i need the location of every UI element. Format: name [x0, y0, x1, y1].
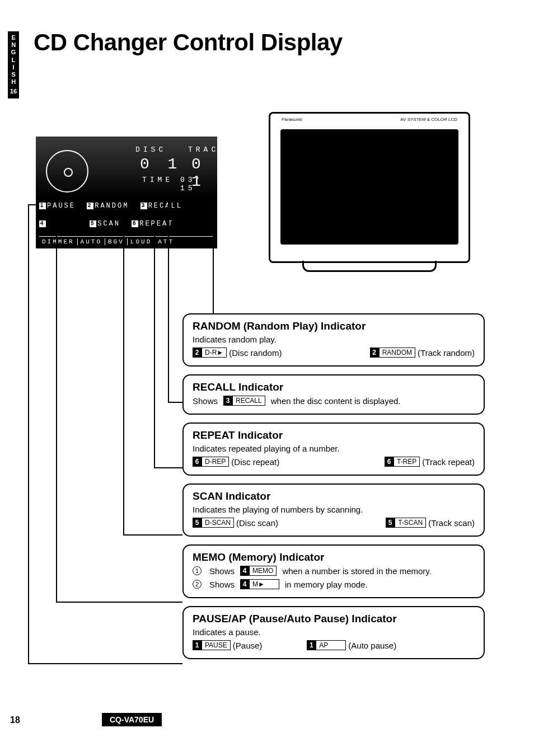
status-bgv: BGV — [105, 238, 128, 245]
lcd-indicator-row2: 4 5SCAN 6REPEAT — [39, 219, 214, 228]
monitor-screen — [280, 129, 458, 245]
tag: 1PAUSE(Pause) — [193, 640, 262, 650]
tag: 4M► — [240, 579, 279, 589]
leader-line — [123, 200, 213, 201]
tag: 3RECALL — [223, 396, 265, 406]
callout-random: RANDOM (Random Play) Indicator Indicates… — [182, 313, 485, 367]
callout-tags: 2D-R►(Disc random) 2RANDOM(Track random) — [193, 348, 475, 358]
tag: 4MEMO — [240, 566, 277, 576]
leader-line — [154, 227, 155, 468]
callout-title: RANDOM (Random Play) Indicator — [193, 320, 475, 332]
time-label: TIME — [142, 176, 173, 184]
callout-scan: SCAN Indicator Indicates the playing of … — [182, 483, 485, 537]
callout-tags: Shows 3RECALL when the disc content is d… — [193, 396, 475, 406]
leader-line — [168, 402, 182, 403]
track-label: TRACK — [188, 145, 227, 154]
recall-indicator: 3RECALL — [140, 202, 182, 210]
callout-desc: Indicates random play. — [193, 335, 475, 344]
disc-label: DISC — [135, 145, 166, 154]
callout-title: PAUSE/AP (Pause/Auto Pause) Indicator — [193, 613, 475, 625]
time-value: 03' 15 — [180, 176, 217, 192]
monitor-stand — [302, 261, 437, 272]
language-tab: ENGLISH 16 — [8, 31, 19, 98]
leader-line — [123, 227, 124, 535]
callout-title: SCAN Indicator — [193, 490, 475, 503]
callout-line: 2 Shows 4M► in memory play mode. — [193, 579, 475, 589]
circled-number: 1 — [193, 566, 202, 575]
monitor-brand-row: Panasonic AV SYSTEM & COLOR LCD — [282, 117, 457, 122]
page-title: CD Changer Control Display — [34, 29, 343, 56]
circled-number: 2 — [193, 580, 202, 589]
monitor-brand-left: Panasonic — [282, 117, 302, 122]
callout-pre: Shows — [193, 396, 218, 406]
status-dimmer: DIMMER — [39, 238, 78, 245]
callout-post: when the disc content is displayed. — [271, 396, 401, 406]
scan-indicator: 5SCAN — [90, 220, 120, 228]
callout-title: RECALL Indicator — [193, 381, 475, 393]
pause-indicator: 1PAUSE — [39, 202, 76, 210]
monitor-body: Panasonic AV SYSTEM & COLOR LCD — [269, 112, 470, 263]
callout-desc: Indicates a pause. — [193, 627, 475, 637]
callout-line: 1 Shows 4MEMO when a number is stored in… — [193, 566, 475, 576]
language-pageref: 16 — [10, 88, 17, 95]
callout-pause: PAUSE/AP (Pause/Auto Pause) Indicator In… — [182, 606, 485, 659]
disc-value: 0 1 — [140, 156, 181, 173]
callout-desc: Indicates repeated playing of a number. — [193, 444, 475, 453]
random-indicator: 2RANDOM — [87, 202, 129, 210]
status-auto: AUTO — [78, 238, 105, 245]
leader-line — [28, 204, 29, 663]
lcd-indicator-row1: 1PAUSE 2RANDOM 3RECALL — [39, 201, 214, 210]
memo-indicator: 4 — [39, 220, 78, 227]
leader-line — [56, 602, 182, 603]
lcd-top: DISC TRACK 0 1 0 1 TIME 03' 15 — [36, 137, 217, 198]
callout-title: REPEAT Indicator — [193, 429, 475, 442]
leader-line — [28, 204, 36, 205]
lcd-display: DISC TRACK 0 1 0 1 TIME 03' 15 1PAUSE 2R… — [36, 137, 217, 248]
tag: 1AP(Auto pause) — [307, 640, 396, 650]
callout-title: MEMO (Memory) Indicator — [193, 551, 475, 564]
page-number: 18 — [10, 715, 20, 725]
callout-list: RANDOM (Random Play) Indicator Indicates… — [182, 313, 485, 667]
lcd-status-bar: DIMMER AUTO BGV LOUD ATT — [39, 236, 214, 245]
leader-line — [123, 534, 182, 536]
leader-line — [168, 200, 169, 402]
leader-line — [56, 221, 57, 602]
monitor-brand-right: AV SYSTEM & COLOR LCD — [400, 117, 457, 122]
language-letters: ENGLISH — [10, 34, 17, 86]
tag: 6D-REP(Disc repeat) — [193, 457, 279, 467]
callout-memo: MEMO (Memory) Indicator 1 Shows 4MEMO wh… — [182, 544, 485, 598]
status-att: ATT — [155, 238, 177, 245]
leader-line — [28, 663, 182, 664]
leader-line — [154, 467, 182, 468]
tag: 6T-REP(Track repeat) — [385, 457, 475, 467]
tag: 5D-SCAN(Disc scan) — [193, 518, 278, 528]
disc-icon — [46, 150, 88, 192]
tag: 5T-SCAN(Track scan) — [386, 518, 475, 528]
callout-desc: Indicates the playing of numbers by scan… — [193, 505, 475, 514]
tag: 2D-R►(Disc random) — [193, 348, 282, 358]
callout-tags: 5D-SCAN(Disc scan) 5T-SCAN(Track scan) — [193, 518, 475, 528]
callout-tags: 1PAUSE(Pause) 1AP(Auto pause) — [193, 640, 475, 650]
status-loud: LOUD — [128, 238, 155, 245]
model-badge: CQ-VA70EU — [102, 713, 162, 726]
callout-recall: RECALL Indicator Shows 3RECALL when the … — [182, 374, 485, 415]
monitor-illustration: Panasonic AV SYSTEM & COLOR LCD — [269, 112, 470, 263]
callout-repeat: REPEAT Indicator Indicates repeated play… — [182, 422, 485, 476]
tag: 2RANDOM(Track random) — [370, 348, 475, 358]
callout-tags: 6D-REP(Disc repeat) 6T-REP(Track repeat) — [193, 457, 475, 467]
